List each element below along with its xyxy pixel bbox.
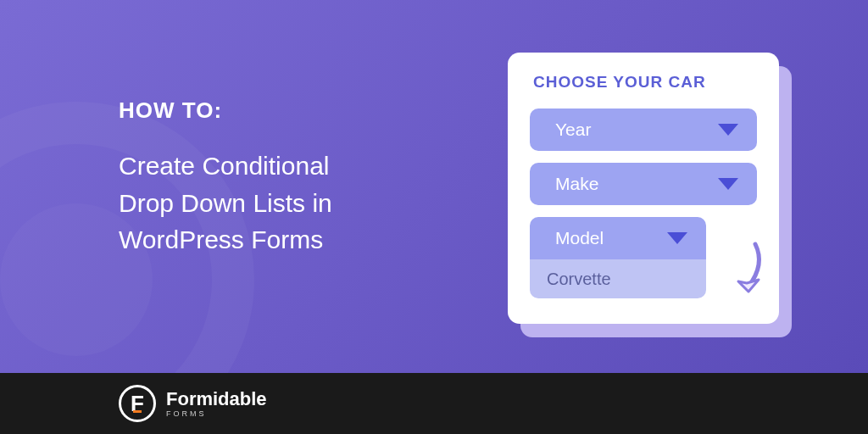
card-title: CHOOSE YOUR CAR — [530, 73, 757, 92]
form-card: CHOOSE YOUR CAR Year Make Model Corvette — [508, 53, 779, 324]
chevron-down-icon — [718, 124, 738, 136]
model-dropdown[interactable]: Model — [530, 217, 706, 259]
brand-text: Formidable FORMS — [166, 390, 267, 418]
model-dropdown-label: Model — [555, 228, 604, 248]
chevron-down-icon — [667, 232, 687, 244]
brand-name: Formidable — [166, 390, 267, 409]
brand-subtitle: FORMS — [166, 410, 267, 418]
year-dropdown-label: Year — [555, 120, 591, 140]
curved-arrow-icon — [721, 239, 769, 307]
make-dropdown[interactable]: Make — [530, 163, 757, 205]
model-option-corvette[interactable]: Corvette — [530, 259, 706, 298]
make-dropdown-label: Make — [555, 174, 598, 194]
formidable-logo-icon: F — [119, 385, 156, 422]
year-dropdown[interactable]: Year — [530, 108, 757, 151]
hero-banner: HOW TO: Create Conditional Drop Down Lis… — [0, 0, 868, 373]
chevron-down-icon — [718, 178, 738, 190]
howto-label: HOW TO: — [119, 97, 332, 124]
headline-block: HOW TO: Create Conditional Drop Down Lis… — [119, 97, 332, 259]
headline-title: Create Conditional Drop Down Lists in Wo… — [119, 147, 332, 259]
footer-bar: F Formidable FORMS — [0, 373, 868, 434]
